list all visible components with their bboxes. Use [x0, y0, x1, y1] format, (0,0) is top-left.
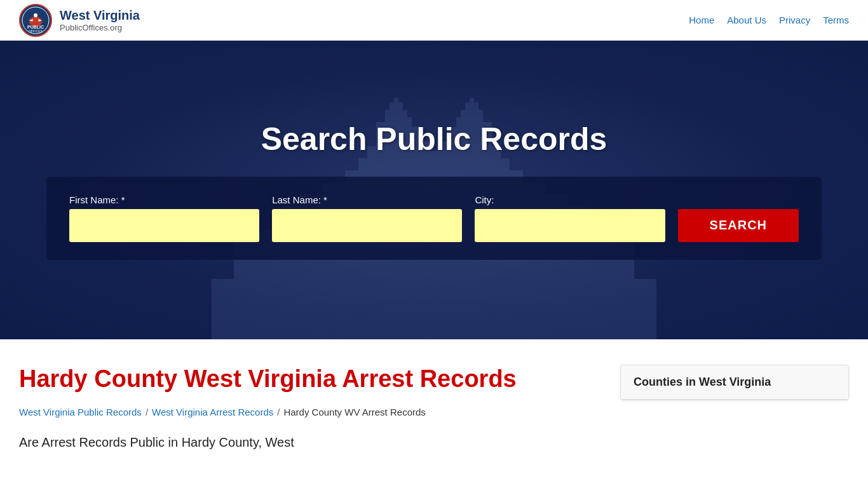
city-group: City:: [475, 194, 665, 242]
breadcrumb-current: Hardy County WV Arrest Records: [283, 407, 425, 417]
search-button[interactable]: SEARCH: [678, 209, 799, 242]
breadcrumb-sep-2: /: [277, 407, 280, 417]
main-content: Hardy County West Virginia Arrest Record…: [19, 365, 601, 452]
last-name-group: Last Name: *: [272, 194, 462, 242]
city-input[interactable]: [475, 209, 665, 242]
hero-section: Search Public Records First Name: * Last…: [0, 41, 868, 339]
sidebar: Counties in West Virginia: [620, 365, 849, 452]
last-name-input[interactable]: [272, 209, 462, 242]
first-name-group: First Name: *: [69, 194, 259, 242]
nav-about[interactable]: About Us: [727, 15, 766, 25]
nav-terms[interactable]: Terms: [823, 15, 849, 25]
main-nav: Home About Us Privacy Terms: [689, 15, 849, 25]
svg-text:OFFICES: OFFICES: [29, 29, 43, 33]
logo-site-url: PublicOffices.org: [60, 23, 140, 32]
counties-box: Counties in West Virginia: [620, 365, 849, 400]
svg-text:PUBLIC: PUBLIC: [27, 25, 44, 29]
search-form: First Name: * Last Name: * City: SEARCH: [46, 177, 822, 260]
first-name-label: First Name: *: [69, 194, 259, 205]
site-header: PUBLIC OFFICES West Virginia PublicOffic…: [0, 0, 868, 41]
svg-point-5: [34, 13, 37, 17]
breadcrumb-sep-1: /: [146, 407, 148, 417]
breadcrumb: West Virginia Public Records / West Virg…: [19, 407, 601, 417]
counties-box-header: Counties in West Virginia: [621, 365, 848, 400]
breadcrumb-link-1[interactable]: West Virginia Public Records: [19, 407, 142, 417]
logo-text: West Virginia PublicOffices.org: [60, 8, 140, 32]
body-text: Are Arrest Records Public in Hardy Count…: [19, 433, 601, 452]
logo-icon: PUBLIC OFFICES: [19, 4, 52, 37]
hero-title: Search Public Records: [261, 121, 607, 158]
content-section: Hardy County West Virginia Arrest Record…: [0, 339, 868, 464]
first-name-input[interactable]: [69, 209, 259, 242]
last-name-label: Last Name: *: [272, 194, 462, 205]
logo-link[interactable]: PUBLIC OFFICES West Virginia PublicOffic…: [19, 4, 140, 37]
page-heading: Hardy County West Virginia Arrest Record…: [19, 365, 601, 394]
nav-privacy[interactable]: Privacy: [779, 15, 810, 25]
breadcrumb-link-2[interactable]: West Virginia Arrest Records: [152, 407, 273, 417]
nav-home[interactable]: Home: [689, 15, 714, 25]
logo-site-name: West Virginia: [60, 8, 140, 23]
city-label: City:: [475, 194, 665, 205]
